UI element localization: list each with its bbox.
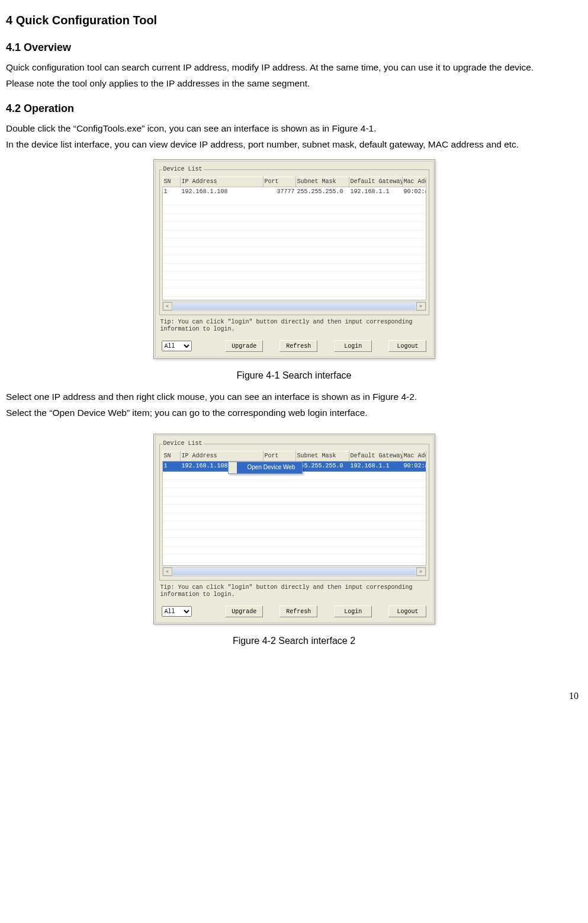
login-button[interactable]: Login [334, 340, 372, 352]
cell-subnet: 255.255.255.0 [296, 462, 349, 472]
filter-dropdown[interactable]: All [162, 606, 192, 617]
col-ip[interactable]: IP Address [180, 177, 263, 187]
refresh-button[interactable]: Refresh [279, 340, 317, 352]
cell-sn: 1 [163, 187, 181, 197]
menu-item-open-device-web[interactable]: Open Device Web [229, 462, 303, 473]
device-table-header: SN IP Address Port Subnet Mask Default G… [162, 451, 426, 462]
body-text: Please note the tool only applies to the… [6, 77, 582, 90]
login-button[interactable]: Login [334, 605, 372, 617]
device-list-group: Device List SN IP Address Port Subnet Ma… [159, 440, 429, 581]
horizontal-scrollbar[interactable]: < > [162, 567, 426, 576]
scroll-right-icon[interactable]: > [416, 568, 426, 576]
body-text: Select the “Open Device Web” item; you c… [6, 406, 582, 419]
upgrade-button[interactable]: Upgrade [225, 605, 263, 617]
body-text: Double click the “ConfigTools.exe” icon,… [6, 122, 582, 135]
body-text: Select one IP address and then right cli… [6, 390, 582, 403]
cell-ip: 192.168.1.108 [181, 187, 264, 197]
col-gateway[interactable]: Default Gateway [349, 451, 402, 462]
section-heading: 4 Quick Configuration Tool [6, 12, 582, 29]
scroll-right-icon[interactable]: > [416, 302, 426, 310]
logout-button[interactable]: Logout [388, 340, 426, 352]
col-port[interactable]: Port [263, 177, 295, 187]
cell-gateway: 192.168.1.1 [349, 462, 403, 472]
upgrade-button[interactable]: Upgrade [225, 340, 263, 352]
tip-text: Tip: You can click "login" button direct… [160, 319, 428, 333]
col-sn[interactable]: SN [162, 177, 180, 187]
figure-caption: Figure 4-2 Search interface 2 [6, 634, 582, 648]
cell-mac: 90:02:a9:7b:50 [403, 187, 426, 197]
context-menu[interactable]: Open Device Web [228, 462, 303, 474]
device-rows-area[interactable]: 1 192.168.1.108 37777 255.255.255.0 192.… [162, 462, 426, 566]
scroll-left-icon[interactable]: < [163, 568, 172, 576]
col-gateway[interactable]: Default Gateway [349, 177, 402, 187]
cell-port: 37777 [264, 187, 296, 197]
config-tool-dialog: Device List SN IP Address Port Subnet Ma… [153, 159, 435, 359]
cell-gateway: 192.168.1.1 [349, 187, 403, 197]
col-subnet[interactable]: Subnet Mask [295, 177, 349, 187]
logout-button[interactable]: Logout [388, 605, 426, 617]
cell-sn: 1 [163, 462, 181, 472]
page-number: 10 [6, 689, 579, 703]
config-tool-dialog: Device List SN IP Address Port Subnet Ma… [153, 434, 435, 624]
body-text: Quick configuration tool can search curr… [6, 61, 582, 74]
col-mac[interactable]: Mac Address [402, 451, 426, 462]
tip-text: Tip: You can click "login" button direct… [160, 584, 428, 598]
device-list-group: Device List SN IP Address Port Subnet Ma… [159, 165, 429, 315]
scroll-left-icon[interactable]: < [163, 302, 172, 310]
col-ip[interactable]: IP Address [180, 451, 263, 462]
device-table-header: SN IP Address Port Subnet Mask Default G… [162, 177, 426, 188]
device-list-legend: Device List [162, 165, 204, 174]
cell-subnet: 255.255.255.0 [296, 187, 349, 197]
subsection-heading-overview: 4.1 Overview [6, 40, 582, 55]
col-subnet[interactable]: Subnet Mask [295, 451, 349, 462]
figure-caption: Figure 4-1 Search interface [6, 368, 582, 382]
table-row[interactable]: 1 192.168.1.108 37777 255.255.255.0 192.… [163, 187, 426, 197]
body-text: In the device list interface, you can vi… [6, 138, 582, 151]
col-mac[interactable]: Mac Address [402, 177, 426, 187]
col-sn[interactable]: SN [162, 451, 180, 462]
device-rows-area[interactable]: 1 192.168.1.108 37777 255.255.255.0 192.… [162, 187, 426, 300]
filter-dropdown[interactable]: All [162, 341, 192, 351]
col-port[interactable]: Port [263, 451, 295, 462]
horizontal-scrollbar[interactable]: < > [162, 302, 426, 311]
refresh-button[interactable]: Refresh [279, 605, 317, 617]
cell-mac: 90:02:a9:7b:50 [403, 462, 426, 472]
subsection-heading-operation: 4.2 Operation [6, 101, 582, 116]
device-list-legend: Device List [162, 440, 204, 448]
